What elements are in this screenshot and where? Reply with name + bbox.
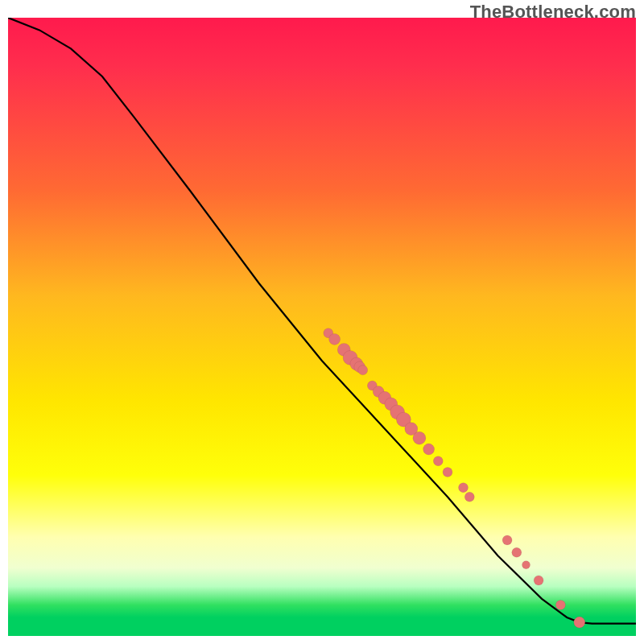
data-point (358, 365, 368, 375)
curve-layer (8, 18, 636, 636)
plot-area (8, 18, 636, 636)
data-point (459, 483, 469, 493)
data-point (433, 456, 443, 466)
scatter-group (324, 328, 585, 628)
bottleneck-chart: TheBottleneck.com (0, 0, 644, 644)
data-point (574, 617, 585, 628)
data-point (522, 561, 530, 569)
bottleneck-curve (8, 18, 636, 624)
data-point (464, 492, 474, 502)
data-point (413, 431, 426, 444)
data-point (555, 601, 565, 610)
data-point (502, 535, 512, 545)
data-point (443, 468, 452, 477)
data-point (512, 547, 522, 557)
data-point (423, 444, 435, 455)
data-point (534, 576, 543, 585)
data-point (329, 333, 341, 345)
